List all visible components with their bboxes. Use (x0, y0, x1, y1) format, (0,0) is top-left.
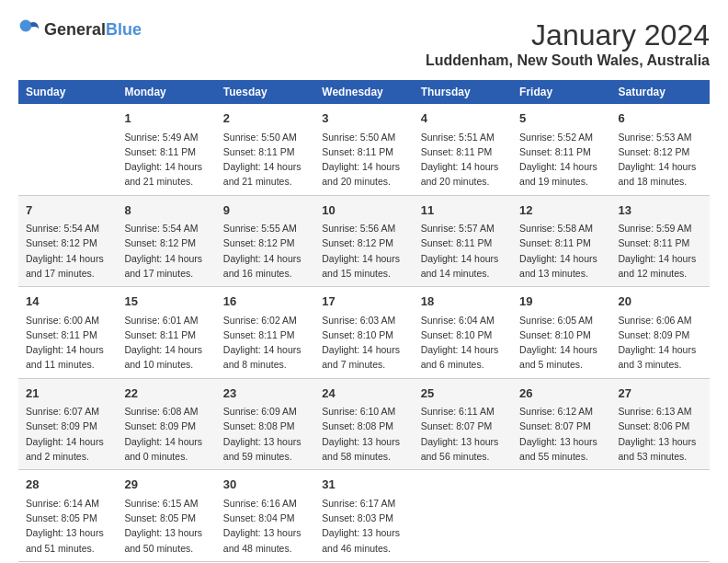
day-number: 4 (421, 109, 505, 128)
cell-content: Sunrise: 6:05 AM Sunset: 8:10 PM Dayligh… (519, 313, 603, 373)
table-cell: 5Sunrise: 5:52 AM Sunset: 8:11 PM Daylig… (512, 104, 610, 195)
logo-general-text: General (44, 20, 106, 39)
cell-content: Sunrise: 6:13 AM Sunset: 8:06 PM Dayligh… (619, 404, 702, 464)
table-cell: 30Sunrise: 6:16 AM Sunset: 8:04 PM Dayli… (216, 470, 314, 562)
day-number: 27 (619, 385, 702, 403)
day-number: 25 (421, 385, 505, 403)
calendar-table: SundayMondayTuesdayWednesdayThursdayFrid… (18, 80, 710, 562)
cell-content: Sunrise: 5:54 AM Sunset: 8:12 PM Dayligh… (26, 221, 109, 281)
table-cell: 15Sunrise: 6:01 AM Sunset: 8:11 PM Dayli… (117, 287, 215, 379)
cell-content: Sunrise: 5:50 AM Sunset: 8:11 PM Dayligh… (223, 130, 307, 190)
table-cell: 10Sunrise: 5:56 AM Sunset: 8:12 PM Dayli… (314, 195, 413, 287)
table-row: 1Sunrise: 5:49 AM Sunset: 8:11 PM Daylig… (18, 104, 710, 195)
logo-blue-text: Blue (106, 20, 142, 39)
table-row: 7Sunrise: 5:54 AM Sunset: 8:12 PM Daylig… (18, 195, 710, 287)
cell-content: Sunrise: 5:58 AM Sunset: 8:11 PM Dayligh… (519, 221, 603, 281)
day-number: 2 (223, 109, 307, 128)
day-number: 5 (519, 109, 603, 128)
calendar-title: January 2024 (426, 18, 710, 52)
table-cell: 11Sunrise: 5:57 AM Sunset: 8:11 PM Dayli… (414, 195, 512, 287)
table-cell: 21Sunrise: 6:07 AM Sunset: 8:09 PM Dayli… (18, 378, 117, 470)
cell-content: Sunrise: 5:51 AM Sunset: 8:11 PM Dayligh… (421, 130, 505, 190)
day-number: 14 (26, 293, 109, 311)
table-cell (512, 470, 610, 562)
cell-content: Sunrise: 5:59 AM Sunset: 8:11 PM Dayligh… (619, 221, 702, 281)
col-header-wednesday: Wednesday (314, 80, 413, 104)
day-number: 9 (223, 201, 307, 220)
col-header-friday: Friday (512, 80, 610, 104)
day-number: 28 (26, 476, 109, 494)
cell-content: Sunrise: 6:00 AM Sunset: 8:11 PM Dayligh… (26, 313, 109, 373)
day-number: 22 (124, 385, 208, 403)
col-header-saturday: Saturday (611, 80, 710, 104)
col-header-thursday: Thursday (414, 80, 512, 104)
table-cell: 16Sunrise: 6:02 AM Sunset: 8:11 PM Dayli… (216, 287, 314, 379)
table-cell: 4Sunrise: 5:51 AM Sunset: 8:11 PM Daylig… (414, 104, 512, 195)
table-cell: 12Sunrise: 5:58 AM Sunset: 8:11 PM Dayli… (512, 195, 610, 287)
table-cell: 27Sunrise: 6:13 AM Sunset: 8:06 PM Dayli… (611, 378, 710, 470)
day-number: 11 (421, 201, 505, 220)
day-number: 31 (322, 476, 405, 494)
table-cell: 22Sunrise: 6:08 AM Sunset: 8:09 PM Dayli… (117, 378, 215, 470)
title-section: January 2024 Luddenham, New South Wales,… (426, 18, 710, 69)
svg-point-0 (20, 20, 32, 32)
day-number: 29 (124, 476, 208, 494)
table-cell: 18Sunrise: 6:04 AM Sunset: 8:10 PM Dayli… (414, 287, 512, 379)
cell-content: Sunrise: 5:57 AM Sunset: 8:11 PM Dayligh… (421, 221, 505, 281)
table-cell: 31Sunrise: 6:17 AM Sunset: 8:03 PM Dayli… (314, 470, 413, 562)
day-number: 26 (519, 385, 603, 403)
table-cell (414, 470, 512, 562)
cell-content: Sunrise: 5:49 AM Sunset: 8:11 PM Dayligh… (124, 130, 208, 190)
cell-content: Sunrise: 6:04 AM Sunset: 8:10 PM Dayligh… (421, 313, 505, 373)
cell-content: Sunrise: 5:54 AM Sunset: 8:12 PM Dayligh… (124, 221, 208, 281)
logo-icon (18, 18, 40, 40)
cell-content: Sunrise: 5:52 AM Sunset: 8:11 PM Dayligh… (519, 130, 603, 190)
cell-content: Sunrise: 6:16 AM Sunset: 8:04 PM Dayligh… (223, 496, 307, 556)
day-number: 3 (322, 109, 405, 128)
table-cell: 9Sunrise: 5:55 AM Sunset: 8:12 PM Daylig… (216, 195, 314, 287)
table-cell: 14Sunrise: 6:00 AM Sunset: 8:11 PM Dayli… (18, 287, 117, 379)
day-number: 16 (223, 293, 307, 311)
cell-content: Sunrise: 6:03 AM Sunset: 8:10 PM Dayligh… (322, 313, 405, 373)
table-cell: 23Sunrise: 6:09 AM Sunset: 8:08 PM Dayli… (216, 378, 314, 470)
day-number: 12 (519, 201, 603, 220)
table-row: 21Sunrise: 6:07 AM Sunset: 8:09 PM Dayli… (18, 378, 710, 470)
cell-content: Sunrise: 6:10 AM Sunset: 8:08 PM Dayligh… (322, 404, 405, 464)
day-number: 17 (322, 293, 405, 311)
day-number: 6 (619, 109, 702, 128)
col-header-tuesday: Tuesday (216, 80, 314, 104)
table-header-row: SundayMondayTuesdayWednesdayThursdayFrid… (18, 80, 710, 104)
cell-content: Sunrise: 5:53 AM Sunset: 8:12 PM Dayligh… (619, 130, 702, 190)
day-number: 24 (322, 385, 405, 403)
table-cell: 26Sunrise: 6:12 AM Sunset: 8:07 PM Dayli… (512, 378, 610, 470)
cell-content: Sunrise: 6:06 AM Sunset: 8:09 PM Dayligh… (619, 313, 702, 373)
day-number: 21 (26, 385, 109, 403)
table-cell: 20Sunrise: 6:06 AM Sunset: 8:09 PM Dayli… (611, 287, 710, 379)
cell-content: Sunrise: 6:01 AM Sunset: 8:11 PM Dayligh… (124, 313, 208, 373)
cell-content: Sunrise: 6:15 AM Sunset: 8:05 PM Dayligh… (124, 496, 208, 556)
day-number: 7 (26, 201, 109, 220)
table-cell: 13Sunrise: 5:59 AM Sunset: 8:11 PM Dayli… (611, 195, 710, 287)
cell-content: Sunrise: 5:56 AM Sunset: 8:12 PM Dayligh… (322, 221, 405, 281)
cell-content: Sunrise: 6:02 AM Sunset: 8:11 PM Dayligh… (223, 313, 307, 373)
table-row: 28Sunrise: 6:14 AM Sunset: 8:05 PM Dayli… (18, 470, 710, 562)
table-row: 14Sunrise: 6:00 AM Sunset: 8:11 PM Dayli… (18, 287, 710, 379)
table-cell: 8Sunrise: 5:54 AM Sunset: 8:12 PM Daylig… (117, 195, 215, 287)
table-cell: 24Sunrise: 6:10 AM Sunset: 8:08 PM Dayli… (314, 378, 413, 470)
cell-content: Sunrise: 6:17 AM Sunset: 8:03 PM Dayligh… (322, 496, 405, 556)
cell-content: Sunrise: 6:09 AM Sunset: 8:08 PM Dayligh… (223, 404, 307, 464)
day-number: 8 (124, 201, 208, 220)
day-number: 15 (124, 293, 208, 311)
table-cell (611, 470, 710, 562)
table-cell: 1Sunrise: 5:49 AM Sunset: 8:11 PM Daylig… (117, 104, 215, 195)
table-cell: 28Sunrise: 6:14 AM Sunset: 8:05 PM Dayli… (18, 470, 117, 562)
col-header-monday: Monday (117, 80, 215, 104)
cell-content: Sunrise: 5:50 AM Sunset: 8:11 PM Dayligh… (322, 130, 405, 190)
table-cell: 19Sunrise: 6:05 AM Sunset: 8:10 PM Dayli… (512, 287, 610, 379)
day-number: 13 (619, 201, 702, 220)
table-cell (18, 104, 117, 195)
logo: GeneralBlue (18, 18, 142, 40)
table-cell: 17Sunrise: 6:03 AM Sunset: 8:10 PM Dayli… (314, 287, 413, 379)
table-cell: 6Sunrise: 5:53 AM Sunset: 8:12 PM Daylig… (611, 104, 710, 195)
day-number: 18 (421, 293, 505, 311)
